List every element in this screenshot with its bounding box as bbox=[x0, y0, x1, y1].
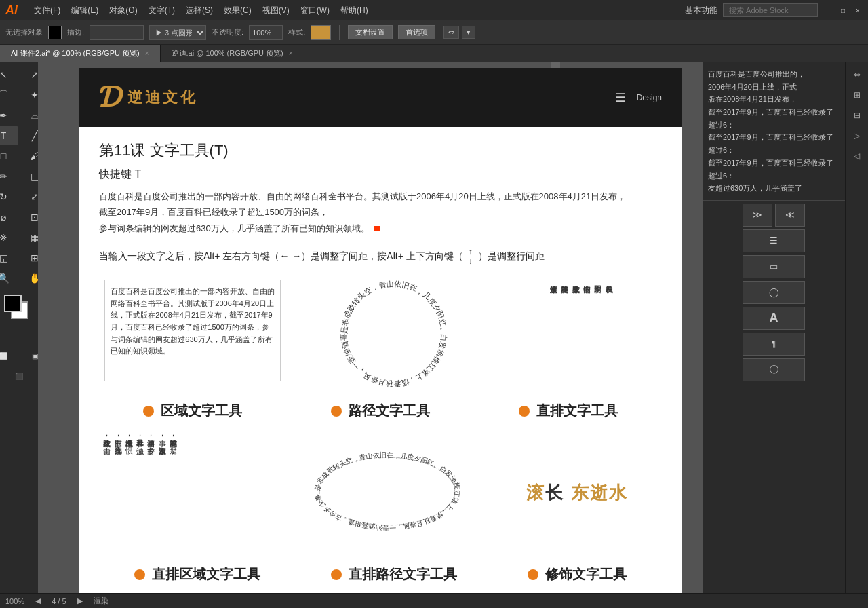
doc-settings-button[interactable]: 文档设置 bbox=[348, 25, 393, 39]
examples-grid: 百度百科是百度公司推出的一部内容开放、自由的网络百科全书平台。其测试版于2006… bbox=[99, 280, 662, 391]
desc-line-2: 截至2017年9月，百度百科已经收录了超过1500万的词条， bbox=[99, 207, 328, 217]
tab-nidi[interactable]: 逆迪.ai @ 100% (RGB/GPU 预览) × bbox=[161, 45, 304, 62]
desc-line-3: 参与词条编辑的网友超过630万人，几乎涵盖了所有已知的知识领域。 bbox=[99, 223, 370, 233]
vt-col-2: 浪花淘尽英雄 bbox=[560, 280, 570, 391]
right-panel: 百度百科是百度公司推出的， 2006年4月20日上线，正式 版在2008年4月2… bbox=[703, 62, 845, 593]
far-right-btn-2[interactable]: ⊞ bbox=[848, 86, 867, 104]
menu-select[interactable]: 选择(S) bbox=[186, 5, 213, 16]
description: 百度百科是百度公司推出的一部内容开放、自由的网络百科全书平台。其测试版于2006… bbox=[99, 189, 662, 236]
page-nav-next[interactable]: ▶ bbox=[77, 596, 83, 605]
right-collapse-btn[interactable]: ≪ bbox=[775, 204, 805, 227]
point-shape-select[interactable]: ▶ 3 点圆形 bbox=[149, 25, 206, 40]
zoom-tool[interactable]: 🔍 bbox=[0, 269, 18, 288]
decoration-label: 修饰文字工具 bbox=[528, 565, 627, 584]
tab-ai-course[interactable]: AI-课件2.ai* @ 100% (RGB/GPU 预览) × bbox=[0, 45, 161, 62]
fill-none[interactable]: ⬜ bbox=[0, 346, 18, 365]
tab-bar: AI-课件2.ai* @ 100% (RGB/GPU 预览) × 逆迪.ai @… bbox=[0, 45, 868, 62]
hamburger-menu-icon[interactable]: ☰ bbox=[615, 90, 626, 105]
far-right-btn-4[interactable]: ▷ bbox=[848, 126, 867, 145]
menu-text[interactable]: 文字(T) bbox=[149, 5, 175, 16]
decoration-example: 滚长 东逝水 bbox=[496, 434, 658, 552]
vt-col-5: 几度夕阳红 bbox=[593, 280, 603, 391]
selection-tool[interactable]: ↖ bbox=[0, 65, 18, 84]
right-expand-btn[interactable]: ≫ bbox=[743, 204, 772, 227]
toolbar: 无选择对象 描边: ▶ 3 点圆形 不透明度: 样式: 文档设置 首选项 ⇔ ▾ bbox=[0, 20, 868, 45]
change-screen-mode[interactable]: ⬛ bbox=[4, 366, 34, 385]
va-col-7: 浪花淘尽英雄，是非 bbox=[169, 434, 178, 552]
tool-labels-row1: 区域文字工具 路径文字工具 直排文字工具 bbox=[99, 402, 662, 420]
symbol-tool[interactable]: ※ bbox=[0, 228, 18, 247]
dot-area-text bbox=[143, 406, 154, 417]
page-nav-prev[interactable]: ◀ bbox=[35, 596, 41, 605]
opacity-input[interactable] bbox=[249, 25, 283, 40]
deco-text: 滚长 东逝水 bbox=[526, 481, 627, 505]
right-menu-btn[interactable]: ☰ bbox=[743, 229, 805, 252]
maximize-button[interactable]: □ bbox=[838, 5, 848, 15]
dot-vertical-area bbox=[134, 569, 145, 580]
canvas-area[interactable]: Ɗ 逆迪文化 ☰ Design 第11课 文字工具(T) 快捷键 T 百度百科是… bbox=[38, 62, 703, 593]
path-text-example: 是非成败转头空，青山依旧在，几度夕阳红。白发渔樵江渚上，惯看秋月春风，一壶浊酒喜… bbox=[306, 280, 482, 391]
menu-object[interactable]: 对象(O) bbox=[109, 5, 137, 16]
right-tool-row-1: ≫ ≪ bbox=[743, 204, 805, 227]
deco-highlight-1: 滚 bbox=[526, 482, 545, 503]
close-tab-2-icon[interactable]: × bbox=[289, 50, 293, 57]
stroke-swatch[interactable] bbox=[48, 26, 62, 39]
no-selection-label: 无选择对象 bbox=[5, 27, 43, 37]
foreground-color-swatch[interactable] bbox=[4, 294, 22, 312]
right-rect-btn[interactable]: ▭ bbox=[743, 255, 805, 278]
preferences-button[interactable]: 首选项 bbox=[398, 25, 435, 39]
style-label: 样式: bbox=[288, 27, 305, 37]
va-col-5: 酒喜相逢，古今多少 bbox=[146, 434, 156, 552]
dot-decoration bbox=[528, 569, 538, 580]
logo-area: Ɗ 逆迪文化 bbox=[99, 81, 198, 113]
va-col-1: 非成败转头空，青山 bbox=[102, 434, 112, 552]
more-options-button[interactable]: ▾ bbox=[462, 26, 475, 39]
align-button[interactable]: ⇔ bbox=[443, 26, 459, 39]
lasso-tool[interactable]: ⌒ bbox=[0, 86, 18, 104]
right-circle-btn[interactable]: ◯ bbox=[743, 281, 805, 304]
right-type-btn[interactable]: A bbox=[743, 307, 805, 330]
far-right-btn-1[interactable]: ⇔ bbox=[848, 65, 867, 84]
tool-labels-row2: 直排区域文字工具 直排路径文字工具 修饰文字工具 bbox=[99, 565, 662, 584]
rectangle-tool[interactable]: □ bbox=[0, 147, 18, 166]
menu-edit[interactable]: 编辑(E) bbox=[71, 5, 98, 16]
stroke-label: 描边: bbox=[67, 27, 84, 37]
right-glyph-btn[interactable]: ⓘ bbox=[743, 358, 805, 381]
app-icon: Ai bbox=[5, 3, 18, 18]
va-col-6: 事，滚滚长江东逝水 bbox=[157, 434, 167, 552]
menu-window[interactable]: 窗口(W) bbox=[300, 5, 330, 16]
pen-tool[interactable]: ✒ bbox=[0, 106, 18, 125]
gradient-tool[interactable]: ◱ bbox=[0, 248, 18, 267]
right-para-btn[interactable]: ¶ bbox=[743, 332, 805, 356]
close-tab-icon[interactable]: × bbox=[145, 50, 149, 57]
shortcut-text: 快捷键 T bbox=[99, 168, 662, 182]
pencil-tool[interactable]: ✏ bbox=[0, 167, 18, 186]
menu-file[interactable]: 文件(F) bbox=[34, 5, 60, 16]
minimize-button[interactable]: _ bbox=[823, 5, 833, 15]
adobe-stock-search[interactable] bbox=[723, 3, 818, 17]
design-label: Design bbox=[637, 93, 662, 102]
menu-view[interactable]: 视图(V) bbox=[262, 5, 290, 16]
type-tool[interactable]: T bbox=[0, 126, 18, 145]
vertical-area-label: 直排区域文字工具 bbox=[134, 565, 260, 584]
far-right-panel: ⇔ ⊞ ⊟ ▷ ◁ bbox=[845, 62, 868, 593]
vt-col-6: 白发渔樵 bbox=[604, 280, 614, 391]
menu-help[interactable]: 帮助(H) bbox=[340, 5, 368, 16]
document-canvas: Ɗ 逆迪文化 ☰ Design 第11课 文字工具(T) 快捷键 T 百度百科是… bbox=[79, 68, 682, 593]
rotate-tool[interactable]: ↻ bbox=[0, 187, 18, 206]
warp-tool[interactable]: ⌀ bbox=[0, 208, 18, 227]
path-vertical-label: 直排路径文字工具 bbox=[331, 565, 457, 584]
path-text-svg: 是非成败转头空，青山依旧在，几度夕阳红。白发渔樵江渚上，惯看秋月春风，一壶浊酒喜… bbox=[306, 280, 482, 388]
right-extra-tools: ≫ ≪ ☰ ▭ ◯ A ¶ ⓘ bbox=[703, 201, 845, 384]
desc-line-1: 百度百科是百度公司推出的一部内容开放、自由的网络百科全书平台。其测试版于2006… bbox=[99, 191, 626, 202]
area-text-label: 区域文字工具 bbox=[143, 402, 242, 420]
path-text-label: 路径文字工具 bbox=[331, 402, 430, 420]
logo-text: 逆迪文化 bbox=[127, 88, 198, 108]
close-button[interactable]: × bbox=[853, 5, 863, 15]
vertical-text-example: 滚滚长江东逝水 浪花淘尽英雄 是非成败转头空 青山依旧在 几度夕阳红 白发渔樵 bbox=[507, 280, 656, 391]
menu-effect[interactable]: 效果(C) bbox=[224, 5, 252, 16]
basic-feature-label[interactable]: 基本功能 bbox=[685, 5, 717, 16]
far-right-btn-3[interactable]: ⊟ bbox=[848, 106, 867, 125]
right-text-content: 百度百科是百度公司推出的， 2006年4月20日上线，正式 版在2008年4月2… bbox=[708, 68, 840, 195]
far-right-btn-5[interactable]: ◁ bbox=[848, 147, 867, 166]
